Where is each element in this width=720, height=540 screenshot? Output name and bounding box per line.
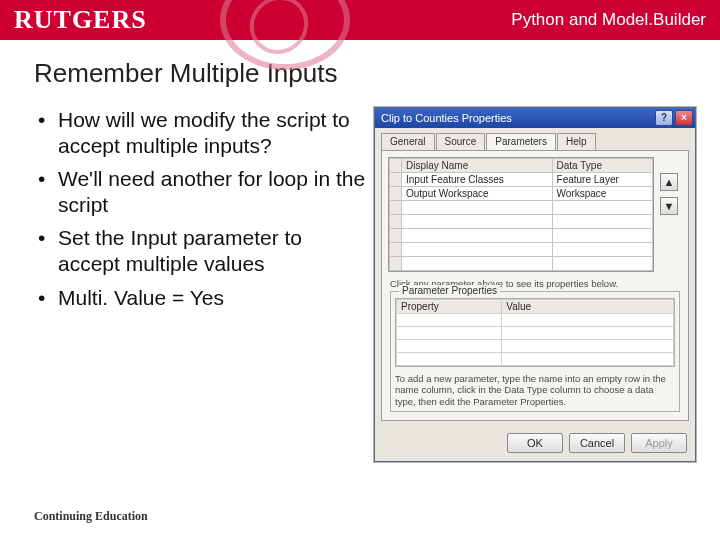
help-icon[interactable]: ? (655, 110, 673, 126)
slide-title: Remember Multiple Inputs (34, 58, 720, 89)
header-topic-label: Python and Model.Builder (511, 10, 706, 30)
table-row[interactable] (397, 314, 674, 327)
move-down-button[interactable]: ▼ (660, 197, 678, 215)
table-row[interactable]: Input Feature Classes Feature Layer (390, 173, 653, 187)
cancel-button[interactable]: Cancel (569, 433, 625, 453)
table-row[interactable]: Output Workspace Workspace (390, 187, 653, 201)
bullet-list: How will we modify the script to accept … (38, 107, 368, 318)
bullet-item: How will we modify the script to accept … (38, 107, 368, 158)
table-row[interactable] (390, 229, 653, 243)
table-row[interactable] (390, 243, 653, 257)
col-value[interactable]: Value (502, 300, 674, 314)
tab-general[interactable]: General (381, 133, 435, 151)
table-row[interactable] (397, 327, 674, 340)
bullet-item: Multi. Value = Yes (38, 285, 368, 311)
col-display-name[interactable]: Display Name (402, 159, 553, 173)
table-row[interactable] (390, 201, 653, 215)
table-row[interactable] (390, 215, 653, 229)
properties-dialog: Clip to Counties Properties ? × General … (374, 107, 696, 462)
tab-source[interactable]: Source (436, 133, 486, 151)
parameter-properties-note: To add a new parameter, type the name in… (395, 373, 675, 407)
rutgers-logo: RUTGERS (14, 5, 147, 35)
cell-display-name[interactable]: Input Feature Classes (402, 173, 553, 187)
tab-strip: General Source Parameters Help (375, 128, 695, 150)
table-row[interactable] (390, 257, 653, 271)
ok-button[interactable]: OK (507, 433, 563, 453)
slide-header: RUTGERS Python and Model.Builder (0, 0, 720, 40)
parameter-properties-group: Parameter Properties Property Value To a… (390, 291, 680, 412)
footer-text: Continuing Education (34, 509, 148, 524)
parameters-grid[interactable]: Display Name Data Type Input Feature Cla… (388, 157, 654, 272)
bullet-item: Set the Input parameter to accept multip… (38, 225, 368, 276)
tab-parameters[interactable]: Parameters (486, 133, 556, 151)
parameter-properties-grid[interactable]: Property Value (395, 298, 675, 367)
col-property[interactable]: Property (397, 300, 502, 314)
row-header-blank (390, 159, 402, 173)
cell-display-name[interactable]: Output Workspace (402, 187, 553, 201)
dialog-title: Clip to Counties Properties (381, 112, 512, 124)
bullet-item: We'll need another for loop in the scrip… (38, 166, 368, 217)
move-up-button[interactable]: ▲ (660, 173, 678, 191)
tab-help[interactable]: Help (557, 133, 596, 151)
cell-data-type[interactable]: Feature Layer (552, 173, 652, 187)
arrow-down-icon: ▼ (664, 200, 675, 212)
tab-body: Display Name Data Type Input Feature Cla… (381, 150, 689, 421)
close-icon[interactable]: × (675, 110, 693, 126)
col-data-type[interactable]: Data Type (552, 159, 652, 173)
table-row[interactable] (397, 340, 674, 353)
group-legend: Parameter Properties (399, 285, 500, 296)
arrow-up-icon: ▲ (664, 176, 675, 188)
apply-button[interactable]: Apply (631, 433, 687, 453)
dialog-titlebar[interactable]: Clip to Counties Properties ? × (375, 108, 695, 128)
table-row[interactable] (397, 353, 674, 366)
cell-data-type[interactable]: Workspace (552, 187, 652, 201)
